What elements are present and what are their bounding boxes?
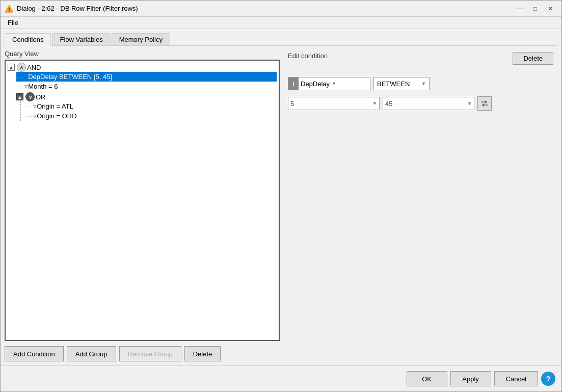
- tree-node-or: ▲ ∨ OR: [16, 92, 277, 101]
- tab-memory-policy[interactable]: Memory Policy: [112, 33, 170, 45]
- minimize-button[interactable]: —: [513, 3, 527, 14]
- tree-item-origin-ord[interactable]: ···· ▿ Origin = ORD: [25, 111, 277, 121]
- swap-icon: [480, 99, 489, 108]
- bottom-buttons: Add Condition Add Group Remove Group Del…: [5, 346, 280, 361]
- column-type-icon: I: [288, 77, 299, 90]
- operator-value: BETWEEN: [377, 80, 410, 88]
- or-label: OR: [36, 93, 46, 101]
- delete-top-button[interactable]: Delete: [513, 52, 553, 65]
- window-title: Dialog - 2:62 - DB Row Filter (Filter ro…: [17, 5, 513, 12]
- tree-item-origin-atl[interactable]: ···· ▿ Origin = ATL: [25, 101, 277, 111]
- edit-condition-label: Edit condition: [288, 52, 328, 60]
- tab-conditions[interactable]: Conditions: [5, 33, 51, 46]
- right-panel: Edit condition Delete I DepDelay ▼: [284, 50, 557, 361]
- and-children: ···· ▿ DepDelay BETWEEN [5, 45] ···· ▿ M…: [12, 72, 277, 121]
- condition-row2: 5 ▼ 45 ▼: [288, 96, 553, 111]
- filter-icon-depdelay: ▿: [24, 73, 28, 81]
- column-dropdown[interactable]: DepDelay ▼: [299, 80, 370, 88]
- delete-condition-button[interactable]: Delete: [184, 346, 221, 361]
- edit-condition-header: Edit condition Delete: [288, 52, 553, 71]
- or-children: ···· ▿ Origin = ATL ···· ▿ Origin = ORD: [20, 101, 277, 121]
- or-icon: ∨: [25, 92, 35, 101]
- value2-text: 45: [385, 100, 392, 108]
- tab-bar: Conditions Flow Variables Memory Policy: [5, 33, 557, 46]
- tab-flow-variables[interactable]: Flow Variables: [52, 33, 110, 45]
- filter-icon-month: ▿: [24, 83, 28, 90]
- app-icon: !: [5, 4, 14, 13]
- content-area: Conditions Flow Variables Memory Policy …: [1, 29, 561, 365]
- column-chevron-icon: ▼: [332, 81, 336, 86]
- tab-content-conditions: Query View ▲ ∧ AND ····: [5, 50, 557, 361]
- left-panel: Query View ▲ ∧ AND ····: [5, 50, 280, 361]
- conditions-panel: Query View ▲ ∧ AND ····: [5, 50, 557, 361]
- value2-input[interactable]: 45 ▼: [383, 97, 474, 110]
- query-tree: ▲ ∧ AND ···· ▿ DepDelay BETWEEN [5, 45]: [5, 60, 280, 341]
- ok-button[interactable]: OK: [407, 371, 447, 386]
- month-label: Month = 6: [28, 83, 58, 90]
- and-toggle[interactable]: ▲: [8, 64, 15, 71]
- add-group-button[interactable]: Add Group: [67, 346, 116, 361]
- condition-row1: I DepDelay ▼ BETWEEN ▼: [288, 77, 553, 90]
- file-menu[interactable]: File: [4, 18, 22, 28]
- menu-bar: File: [1, 17, 561, 29]
- tree-node-and: ▲ ∧ AND: [8, 63, 277, 72]
- apply-button[interactable]: Apply: [450, 371, 491, 386]
- cancel-button[interactable]: Cancel: [494, 371, 538, 386]
- add-condition-button[interactable]: Add Condition: [5, 346, 64, 361]
- maximize-button[interactable]: □: [528, 3, 542, 14]
- column-name: DepDelay: [301, 80, 330, 88]
- tree-item-depdelay[interactable]: ···· ▿ DepDelay BETWEEN [5, 45]: [16, 72, 277, 82]
- swap-button[interactable]: [477, 96, 492, 111]
- column-selector[interactable]: I DepDelay ▼: [288, 77, 370, 90]
- operator-selector[interactable]: BETWEEN ▼: [373, 77, 430, 90]
- filter-icon-atl: ▿: [33, 102, 37, 110]
- tree-item-month[interactable]: ···· ▿ Month = 6: [16, 82, 277, 91]
- origin-ord-label: Origin = ORD: [37, 112, 76, 120]
- filter-icon-ord: ▿: [33, 112, 37, 120]
- value2-chevron-icon: ▼: [467, 101, 472, 106]
- depdelay-label: DepDelay BETWEEN [5, 45]: [28, 73, 112, 81]
- and-label: AND: [27, 64, 41, 71]
- and-icon: ∧: [17, 63, 26, 72]
- value1-chevron-icon: ▼: [372, 101, 377, 106]
- operator-chevron-icon: ▼: [421, 81, 426, 86]
- value1-input[interactable]: 5 ▼: [288, 97, 380, 110]
- or-group: ▲ ∨ OR ···· ▿ Origin = ATL: [16, 92, 277, 121]
- window-controls: — □ ✕: [513, 3, 557, 14]
- query-view-label: Query View: [5, 50, 280, 58]
- origin-atl-label: Origin = ATL: [37, 102, 73, 110]
- close-button[interactable]: ✕: [543, 3, 557, 14]
- help-button[interactable]: ?: [541, 372, 555, 386]
- value1-text: 5: [290, 100, 294, 108]
- footer: OK Apply Cancel ?: [1, 365, 561, 391]
- main-window: ! Dialog - 2:62 - DB Row Filter (Filter …: [0, 0, 562, 392]
- title-bar: ! Dialog - 2:62 - DB Row Filter (Filter …: [1, 1, 561, 17]
- or-toggle[interactable]: ▲: [16, 93, 23, 100]
- svg-text:!: !: [8, 7, 10, 12]
- remove-group-button[interactable]: Remove Group: [119, 346, 181, 361]
